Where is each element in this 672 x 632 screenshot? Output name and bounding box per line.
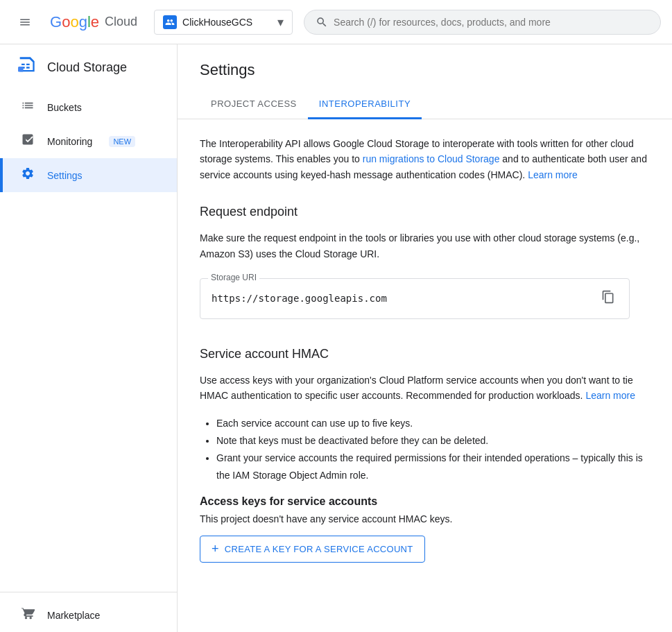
intro-paragraph: The Interoperability API allows Google C… (200, 136, 650, 182)
svg-rect-1 (18, 67, 23, 71)
main-content: Settings PROJECT ACCESS INTEROPERABILITY… (178, 44, 672, 632)
storage-uri-label: Storage URI (208, 273, 259, 282)
marketplace-icon (19, 606, 36, 624)
layout: Cloud Storage Buckets Monitoring NEW (0, 44, 672, 632)
storage-uri-field: https://storage.googleapis.com (200, 278, 630, 319)
buckets-icon (19, 99, 36, 116)
page-header: Settings (178, 44, 672, 79)
new-badge: NEW (109, 136, 135, 147)
learn-more-link-2-text[interactable]: Learn more (585, 390, 635, 401)
interoperability-section: The Interoperability API allows Google C… (178, 119, 672, 579)
access-keys-title: Access keys for service accounts (200, 495, 650, 508)
request-endpoint-description: Make sure the request endpoint in the to… (200, 230, 650, 262)
page-title: Settings (200, 61, 650, 79)
sidebar-header: Cloud Storage (0, 44, 177, 90)
service-account-hmac-section: Service account HMAC Use access keys wit… (200, 347, 650, 563)
request-endpoint-section: Request endpoint Make sure the request e… (200, 205, 650, 319)
sidebar: Cloud Storage Buckets Monitoring NEW (0, 44, 178, 632)
cloud-text: Cloud (105, 15, 137, 29)
tabs: PROJECT ACCESS INTEROPERABILITY (178, 90, 672, 119)
tab-project-access[interactable]: PROJECT ACCESS (200, 90, 308, 119)
sidebar-item-monitoring[interactable]: Monitoring NEW (0, 124, 177, 158)
search-bar[interactable] (304, 10, 661, 35)
sidebar-item-buckets[interactable]: Buckets (0, 90, 177, 124)
create-key-label: CREATE A KEY FOR A SERVICE ACCOUNT (225, 544, 413, 554)
chevron-down-icon: ▾ (277, 15, 284, 30)
bullet-item-1: Note that keys must be deactivated befor… (216, 432, 650, 450)
bullet-list: Each service account can use up to five … (216, 415, 650, 485)
search-icon (316, 16, 328, 28)
google-logo: Google (50, 13, 99, 31)
sidebar-item-settings-label: Settings (47, 170, 83, 181)
create-key-button[interactable]: + CREATE A KEY FOR A SERVICE ACCOUNT (200, 536, 425, 563)
topbar: Google Cloud ClickHouseGCS ▾ (0, 0, 672, 44)
service-account-hmac-title: Service account HMAC (200, 347, 650, 361)
sidebar-item-monitoring-label: Monitoring (47, 136, 92, 147)
monitoring-icon (19, 133, 36, 150)
settings-icon (19, 166, 36, 184)
sidebar-spacer (0, 192, 177, 592)
migrations-link[interactable]: run migrations to Cloud Storage (363, 153, 500, 164)
bullet-item-0: Each service account can use up to five … (216, 415, 650, 432)
service-account-description: Use access keys with your organization's… (200, 373, 650, 404)
search-input[interactable] (334, 17, 649, 28)
sidebar-item-marketplace[interactable]: Marketplace (0, 598, 177, 632)
cloud-storage-icon (17, 55, 36, 79)
plus-icon: + (212, 542, 219, 556)
sidebar-item-settings[interactable]: Settings (0, 158, 177, 192)
copy-uri-button[interactable] (598, 287, 618, 310)
sidebar-bottom: Marketplace (0, 592, 177, 632)
tab-interoperability[interactable]: INTEROPERABILITY (308, 90, 422, 119)
no-hmac-keys-text: This project doesn't have any service ac… (200, 513, 650, 524)
sidebar-header-title: Cloud Storage (47, 60, 127, 75)
project-icon (163, 15, 177, 29)
storage-uri-field-wrapper: Storage URI https://storage.googleapis.c… (200, 278, 630, 319)
project-selector[interactable]: ClickHouseGCS ▾ (154, 10, 293, 35)
google-cloud-logo[interactable]: Google Cloud (50, 13, 137, 31)
project-name: ClickHouseGCS (182, 17, 252, 28)
learn-more-link-1[interactable]: Learn more (528, 169, 578, 180)
sidebar-item-marketplace-label: Marketplace (47, 610, 100, 621)
service-account-desc-text: Use access keys with your organization's… (200, 375, 633, 401)
sidebar-item-buckets-label: Buckets (47, 102, 82, 113)
menu-icon[interactable] (11, 8, 39, 36)
storage-uri-value: https://storage.googleapis.com (212, 293, 593, 304)
bullet-item-2: Grant your service accounts the required… (216, 450, 650, 484)
request-endpoint-title: Request endpoint (200, 205, 650, 219)
